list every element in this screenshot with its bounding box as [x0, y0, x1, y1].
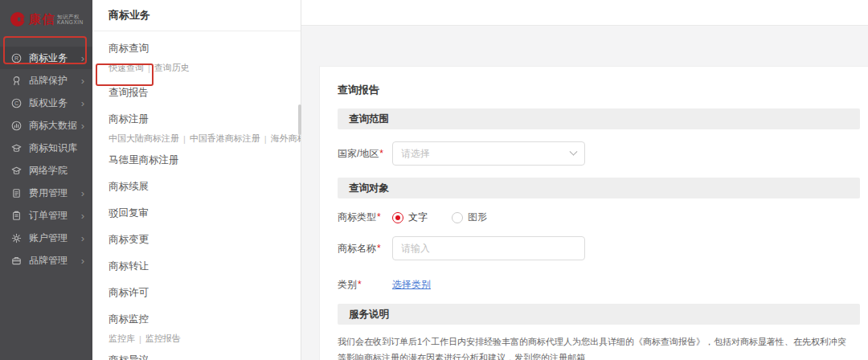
brand-subtitle: 知识产权 KANGXIN [57, 14, 84, 26]
sidebar-item-fee-management[interactable]: 费用管理 › [0, 182, 92, 204]
trademark-name-row: 商标名称* [338, 236, 860, 260]
document-icon [11, 188, 22, 198]
sublink-monitoring-report[interactable]: 监控报告 [145, 333, 181, 345]
sidebar-item-order-management[interactable]: 订单管理 › [0, 204, 92, 227]
submenu-title: 商标业务 [92, 0, 301, 31]
submenu-item-trademark-opposition[interactable]: 商标异议 [108, 347, 301, 360]
radio-label: 图形 [468, 211, 487, 224]
section-header-service: 服务说明 [338, 304, 860, 325]
separator: | [264, 134, 267, 144]
medal-icon [11, 76, 22, 86]
submenu-item-trademark-change[interactable]: 商标变更 [108, 227, 301, 253]
sublink-quick-search[interactable]: 快速查询 [108, 62, 144, 74]
submenu-list: 商标查询 快速查询 | 查询历史 查询报告 商标注册 中国大陆商标注册 | 中国… [92, 31, 301, 360]
submenu-item-trademark-renewal[interactable]: 商标续展 [108, 174, 301, 200]
sidebar-nav: R 商标业务 › 品牌保护 › C 版权业务 › 商标大数据 › [0, 39, 92, 272]
bar-chart-circle-icon [11, 121, 22, 131]
registered-trademark-icon: R [11, 53, 22, 63]
chevron-right-icon: › [81, 256, 84, 266]
separator: | [139, 334, 141, 344]
submenu-item-trademark-search[interactable]: 商标查询 [108, 35, 301, 62]
sublink-monitoring-library[interactable]: 监控库 [108, 333, 135, 345]
sidebar-item-trademark-knowledge[interactable]: 商标知识库 [0, 137, 92, 159]
brand-logo: 康信 知识产权 KANGXIN [0, 0, 92, 39]
submenu-item-trademark-registration[interactable]: 商标注册 [108, 106, 301, 133]
country-field-row: 国家/地区* 请选择 [338, 141, 860, 166]
sidebar-item-online-academy[interactable]: 网络学院 [0, 159, 92, 182]
sublink-search-history[interactable]: 查询历史 [154, 62, 190, 74]
required-asterisk: * [379, 148, 383, 159]
trademark-type-row: 商标类型* 文字 图形 [338, 211, 860, 224]
radio-option-image[interactable]: 图形 [452, 211, 487, 224]
sidebar-item-label: 账户管理 [29, 231, 68, 245]
main-area: 查询报告 查询范围 国家/地区* 请选择 查询对象 商标类型* 文字 图形 [301, 0, 868, 360]
submenu-item-query-report[interactable]: 查询报告 [108, 80, 301, 106]
chevron-right-icon: › [81, 233, 84, 243]
trademark-submenu-panel: 商标业务 商标查询 快速查询 | 查询历史 查询报告 商标注册 中国大陆商标注册… [92, 0, 301, 360]
country-select[interactable]: 请选择 [392, 141, 585, 166]
copyright-icon: C [11, 98, 22, 108]
trademark-type-radio-group: 文字 图形 [392, 211, 487, 224]
submenu-sublinks-search: 快速查询 | 查询历史 [108, 62, 301, 76]
trademark-type-label: 商标类型* [338, 211, 392, 224]
required-asterisk: * [377, 211, 381, 223]
sublink-mainland-registration[interactable]: 中国大陆商标注册 [108, 133, 179, 145]
chevron-right-icon: › [81, 211, 84, 221]
briefcase-icon [11, 256, 22, 266]
section-header-scope: 查询范围 [338, 108, 860, 129]
sidebar-item-brand-management[interactable]: 品牌管理 › [0, 249, 92, 272]
svg-text:C: C [14, 100, 18, 106]
sidebar-item-copyright-business[interactable]: C 版权业务 › [0, 92, 92, 114]
gear-icon [11, 233, 22, 243]
submenu-item-madrid-registration[interactable]: 马德里商标注册 [108, 147, 301, 174]
required-asterisk: * [358, 279, 362, 290]
page-title: 查询报告 [338, 83, 860, 97]
sidebar-item-label: 订单管理 [29, 209, 68, 223]
svg-text:R: R [14, 55, 18, 61]
kangxin-logo-icon [10, 11, 26, 27]
top-bar [301, 0, 868, 26]
sidebar-item-account-management[interactable]: 账户管理 › [0, 227, 92, 249]
separator: | [183, 134, 186, 144]
sidebar-item-trademark-bigdata[interactable]: 商标大数据 › [0, 114, 92, 137]
sidebar-item-label: 费用管理 [29, 186, 68, 200]
chevron-right-icon: › [81, 121, 84, 131]
select-category-link[interactable]: 选择类别 [392, 278, 431, 292]
category-row: 类别* 选择类别 [338, 278, 860, 292]
sidebar-item-brand-protection[interactable]: 品牌保护 › [0, 69, 92, 92]
sublink-hongkong-registration[interactable]: 中国香港商标注册 [190, 133, 260, 145]
trademark-name-label: 商标名称* [338, 242, 392, 256]
submenu-item-trademark-transfer[interactable]: 商标转让 [108, 253, 301, 280]
category-label: 类别* [338, 278, 392, 292]
chevron-right-icon: › [81, 98, 84, 108]
chevron-right-icon: › [81, 53, 84, 63]
country-select-placeholder: 请选择 [401, 147, 571, 161]
submenu-sublinks-monitoring: 监控库 | 监控报告 [108, 333, 301, 347]
section-header-target: 查询对象 [338, 178, 860, 198]
submenu-item-rejection-review[interactable]: 驳回复审 [108, 200, 301, 227]
service-description: 我们会在收到订单后1个工作日内安排经验丰富的商标代理人为您出具详细的《商标查询报… [338, 334, 850, 360]
submenu-item-trademark-license[interactable]: 商标许可 [108, 280, 301, 306]
chevron-down-icon [570, 147, 578, 155]
separator: | [148, 63, 150, 73]
clipboard-icon [11, 211, 22, 221]
brand-subtitle-en: KANGXIN [57, 19, 84, 25]
sidebar-item-label: 商标业务 [29, 51, 68, 65]
required-asterisk: * [377, 243, 381, 254]
graduation-cap-icon [11, 166, 22, 176]
sidebar-item-label: 商标大数据 [29, 119, 77, 133]
submenu-item-trademark-monitoring[interactable]: 商标监控 [108, 306, 301, 333]
brand-name: 康信 [29, 12, 55, 27]
chevron-right-icon: › [81, 188, 84, 198]
country-label: 国家/地区* [338, 147, 392, 161]
radio-label: 文字 [408, 211, 428, 224]
sidebar-item-label: 品牌管理 [29, 254, 68, 268]
sidebar-item-label: 网络学院 [29, 164, 68, 178]
sublink-overseas-registration[interactable]: 海外商标注册 [271, 133, 301, 145]
radio-selected-icon [392, 212, 403, 223]
sidebar-item-label: 版权业务 [29, 96, 68, 110]
sidebar-item-trademark-business[interactable]: R 商标业务 › [0, 47, 92, 69]
radio-option-text[interactable]: 文字 [392, 211, 428, 224]
trademark-name-input[interactable] [392, 236, 585, 260]
brand-subtitle-cn: 知识产权 [57, 14, 84, 19]
